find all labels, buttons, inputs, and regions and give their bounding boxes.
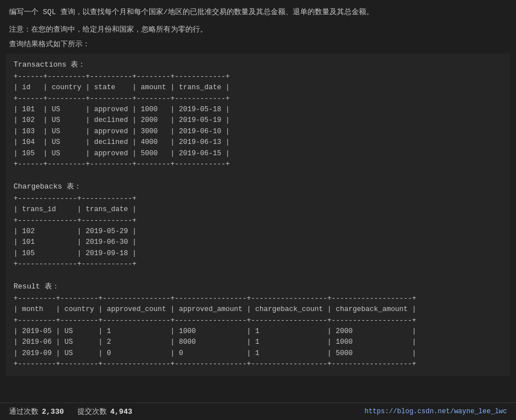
result-content: +---------+---------+----------------+--… [14,294,502,370]
submit-label: 提交次数 [77,406,107,417]
result-title: Result 表： [14,281,502,292]
blog-link[interactable]: https://blog.csdn.net/wayne_lee_lwc [365,408,507,415]
content-box: Transactions 表： +------+---------+------… [6,54,510,376]
description: 编写一个 SQL 查询，以查找每个月和每个国家/地区的已批准交易的数量及其总金额… [0,0,516,22]
description-text: 编写一个 SQL 查询，以查找每个月和每个国家/地区的已批准交易的数量及其总金额… [9,8,374,16]
query-format-text: 查询结果格式如下所示： [9,40,90,49]
transactions-content: +------+---------+----------+--------+--… [14,72,502,170]
transactions-title: Transactions 表： [14,59,502,71]
note: 注意：在您的查询中，给定月份和国家，忽略所有为零的行。 [0,22,516,37]
bottom-stats: 通过次数 2,330 提交次数 4,943 [9,406,132,417]
pass-label: 通过次数 [9,406,38,417]
bottom-bar: 通过次数 2,330 提交次数 4,943 https://blog.csdn.… [0,403,516,420]
note-text: 注意：在您的查询中，给定月份和国家，忽略所有为零的行。 [9,25,207,34]
chargebacks-content: +--------------+------------+ | trans_id… [14,194,502,270]
pass-stat: 通过次数 2,330 [9,406,64,417]
chargebacks-title: Chargebacks 表： [14,181,502,193]
pass-count: 2,330 [42,408,64,416]
query-format: 查询结果格式如下所示： [0,37,516,54]
submit-stat: 提交次数 4,943 [77,406,132,417]
submit-count: 4,943 [110,408,132,416]
